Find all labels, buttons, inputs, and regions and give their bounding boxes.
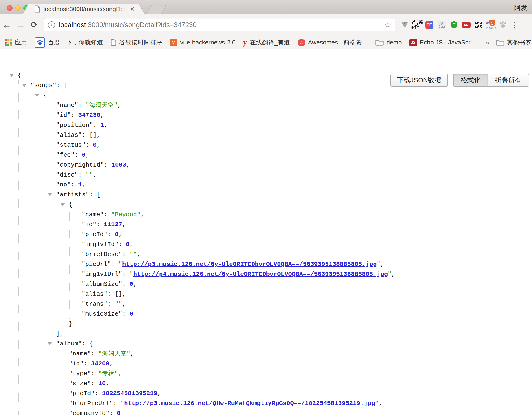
bookmark-item[interactable]: 百度一下，你就知道 — [35, 37, 103, 48]
bookmark-item[interactable]: 谷歌按时间排序 — [111, 38, 162, 47]
json-string: "" — [130, 251, 137, 258]
json-punctuation: { — [69, 201, 73, 208]
json-number: 11127 — [104, 221, 122, 228]
bookmark-item[interactable]: JSEcho JS - JavaScri… — [409, 39, 478, 46]
json-number: 0 — [126, 241, 130, 248]
json-number: 0 — [130, 310, 133, 318]
json-punctuation: : { — [82, 340, 93, 347]
json-punctuation: : — [107, 231, 115, 238]
json-string: "" — [86, 171, 93, 178]
json-number: 0 — [117, 410, 121, 415]
json-string: " — [120, 400, 124, 407]
json-punctuation: : — [91, 370, 98, 377]
json-punctuation: , — [122, 300, 126, 308]
vue-icon: V — [170, 39, 177, 46]
json-key: "picId" — [82, 231, 107, 238]
bookmarks-overflow-chevron[interactable]: » — [485, 39, 489, 47]
json-punctuation: , — [100, 112, 104, 119]
json-link[interactable]: http://p3.music.126.net/6y-UleORITEDbvrO… — [122, 261, 377, 268]
tampermonkey-icon[interactable]: T — [448, 19, 460, 30]
url-text[interactable]: localhost:3000/music/songDetail?ids=3472… — [59, 21, 381, 29]
json-line: "alias": [], — [0, 289, 532, 299]
json-line: { — [0, 200, 532, 210]
translate-icon[interactable]: 英en — [411, 19, 423, 30]
json-string: "Beyond" — [111, 211, 141, 218]
json-punctuation: , — [120, 410, 124, 415]
bookmarks-bar: 应用 百度一下，你就知道谷歌按时间排序Vvue-hackernews-2.0y在… — [0, 36, 532, 49]
json-line: "id": 34209, — [0, 359, 532, 369]
traffic-light-minimize-icon[interactable] — [15, 5, 21, 11]
bookmark-item[interactable]: y在线翻译_有道 — [243, 38, 290, 47]
collapse-triangle-icon[interactable] — [10, 74, 14, 77]
json-punctuation: : — [118, 241, 126, 248]
json-key: "no" — [56, 181, 71, 188]
traffic-light-close-icon[interactable] — [7, 5, 12, 11]
json-punctuation: : — [91, 380, 98, 387]
other-bookmarks-folder[interactable]: 其他书签 — [496, 38, 532, 47]
bookmark-item[interactable]: demo — [375, 39, 402, 46]
collapse-triangle-icon[interactable] — [60, 203, 65, 206]
json-line: "picId": 102254581395219, — [0, 388, 532, 398]
json-key: "img1v1Id" — [82, 241, 118, 248]
json-link[interactable]: http://p4.music.126.net/6y-UleORITEDbvrO… — [133, 271, 388, 278]
json-punctuation: , — [133, 281, 137, 288]
json-punctuation: : — [104, 161, 111, 168]
tree-guide-line — [69, 210, 70, 319]
json-number: 10 — [98, 380, 106, 387]
browser-tab[interactable]: localhost:3000/music/songDet ✕ — [23, 4, 145, 14]
qr-code-icon[interactable] — [472, 19, 485, 30]
json-key: "companyId" — [69, 410, 109, 415]
folder-icon — [496, 39, 504, 46]
reload-icon[interactable]: ⟳ — [28, 20, 41, 29]
sitemap-icon[interactable] — [436, 19, 448, 30]
json-punctuation: { — [18, 72, 21, 79]
profile-name[interactable]: 阿发 — [514, 3, 527, 12]
json-key: "albumSize" — [82, 281, 122, 288]
bookmark-item[interactable]: Vvue-hackernews-2.0 — [170, 39, 236, 46]
window-titlebar: localhost:3000/music/songDet ✕ 阿发 — [0, 0, 532, 14]
browser-menu-icon[interactable]: ⋮ — [509, 20, 520, 29]
json-key: "id" — [69, 360, 84, 367]
json-line: "name": "海阔天空", — [0, 349, 532, 359]
collapse-triangle-icon[interactable] — [22, 84, 27, 87]
collapse-triangle-icon[interactable] — [35, 94, 39, 97]
vue-devtools-icon[interactable] — [399, 19, 411, 30]
json-line: "type": "专辑", — [0, 369, 532, 378]
json-line: "songs": [ — [0, 80, 532, 90]
json-link[interactable]: http://p3.music.126.net/QHw-RuMwfQkmgtiy… — [124, 400, 375, 407]
json-key: "size" — [69, 380, 91, 387]
json-punctuation: : — [107, 300, 115, 308]
back-icon[interactable]: ← — [0, 20, 14, 29]
json-punctuation: , — [391, 271, 395, 278]
tree-guide-line — [57, 349, 57, 415]
json-line: "no": 1, — [0, 180, 532, 190]
json-line: { — [0, 70, 532, 80]
video-play-icon[interactable]: ▶▶ — [460, 19, 472, 30]
json-key: "trans" — [82, 300, 107, 308]
json-line: "name": "海阔天空", — [0, 100, 532, 110]
collapse-triangle-icon[interactable] — [48, 193, 52, 196]
json-line: "albumSize": 0, — [0, 279, 532, 289]
tree-guide-line — [31, 90, 31, 415]
tab-close-icon[interactable]: ✕ — [130, 6, 135, 12]
address-bar[interactable]: i localhost:3000/music/songDetail?ids=34… — [44, 18, 395, 31]
json-number: 1 — [78, 181, 82, 188]
html5-player-icon[interactable]: 5PLAYER — [485, 19, 497, 30]
json-punctuation: : — [122, 281, 130, 288]
bookmark-item[interactable]: AAwesomes - 前端资… — [298, 38, 368, 47]
json-punctuation: } — [69, 320, 73, 328]
json-key: "picUrl" — [82, 261, 111, 268]
paw-icon[interactable] — [497, 19, 509, 30]
json-key: "name" — [82, 211, 104, 218]
json-line: "disc": "", — [0, 170, 532, 180]
page-info-icon[interactable]: i — [48, 21, 55, 29]
bookmark-star-icon[interactable]: ☆ — [384, 20, 391, 29]
fe-helper-icon[interactable]: FE — [423, 19, 436, 30]
json-punctuation: , — [157, 390, 161, 397]
json-number: 0 — [130, 281, 133, 288]
collapse-triangle-icon[interactable] — [48, 342, 52, 345]
bookmark-item[interactable]: 应用 — [5, 38, 27, 47]
new-tab-button[interactable] — [146, 5, 166, 14]
json-punctuation: , — [118, 370, 122, 377]
json-punctuation: : — [122, 251, 130, 258]
